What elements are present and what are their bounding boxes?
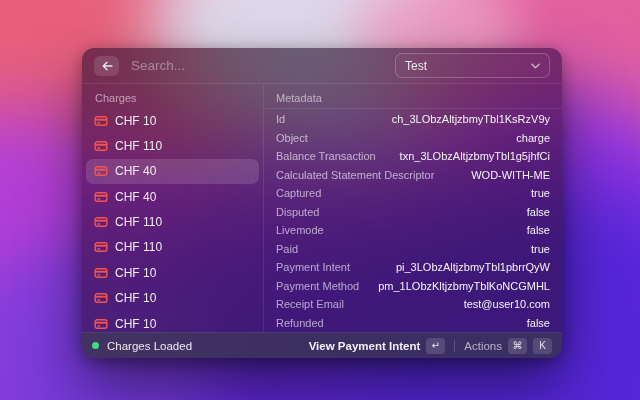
search-input[interactable] — [129, 57, 383, 74]
metadata-key: Payment Intent — [276, 261, 350, 273]
metadata-value: false — [527, 206, 550, 218]
metadata-key: Refunded — [276, 317, 324, 329]
charges-panel: Charges CHF 10 CHF 110 — [82, 85, 264, 332]
charge-amount: CHF 10 — [115, 291, 156, 305]
charge-list-item[interactable]: CHF 40 — [86, 184, 259, 209]
metadata-row: Paid true — [276, 240, 550, 259]
metadata-value: true — [531, 243, 550, 255]
charge-list-item[interactable]: CHF 10 — [86, 108, 259, 133]
credit-card-icon — [94, 267, 108, 279]
actions-menu-button[interactable]: Actions — [464, 340, 502, 352]
metadata-key: Paid — [276, 243, 298, 255]
metadata-panel-header: Metadata — [276, 90, 550, 106]
metadata-row: Id ch_3LObzAltjzbmyTbl1KsRzV9y — [276, 110, 550, 129]
raycast-window: Test Charges CHF 10 CHF 110 — [82, 48, 562, 358]
charge-amount: CHF 10 — [115, 266, 156, 280]
charge-amount: CHF 40 — [115, 190, 156, 204]
charge-list-item[interactable]: CHF 10 — [86, 286, 259, 311]
footer-bar: Charges Loaded View Payment Intent ↵ Act… — [82, 332, 562, 358]
search-bar: Test — [82, 48, 562, 84]
metadata-value: false — [527, 317, 550, 329]
metadata-key: Calculated Statement Descriptor — [276, 169, 434, 181]
charge-list-item[interactable]: CHF 10 — [86, 260, 259, 285]
command-key-icon: ⌘ — [508, 338, 527, 354]
environment-dropdown[interactable]: Test — [395, 53, 550, 78]
metadata-row: Disputed false — [276, 203, 550, 222]
metadata-row: Balance Transaction txn_3LObzAltjzbmyTbl… — [276, 147, 550, 166]
charge-list-item[interactable]: CHF 10 — [86, 311, 259, 332]
credit-card-icon — [94, 165, 108, 177]
metadata-row: Captured true — [276, 184, 550, 203]
charge-amount: CHF 110 — [115, 215, 162, 229]
charge-amount: CHF 40 — [115, 164, 156, 178]
metadata-key: Balance Transaction — [276, 150, 376, 162]
metadata-row: Calculated Statement Descriptor WOD-WITH… — [276, 166, 550, 185]
metadata-key: Id — [276, 113, 285, 125]
credit-card-icon — [94, 292, 108, 304]
back-button[interactable] — [94, 56, 119, 76]
metadata-row: Receipt Email test@user10.com — [276, 295, 550, 314]
charge-amount: CHF 110 — [115, 240, 162, 254]
charges-panel-header: Charges — [86, 90, 259, 106]
metadata-key: Receipt Email — [276, 298, 344, 310]
metadata-value: WOD-WITH-ME — [471, 169, 550, 181]
charge-list-item[interactable]: CHF 110 — [86, 210, 259, 235]
metadata-panel: Metadata Id ch_3LObzAltjzbmyTbl1KsRzV9y … — [264, 85, 562, 332]
metadata-row: Payment Intent pi_3LObzAltjzbmyTbl1pbrrQ… — [276, 258, 550, 277]
charge-list-item[interactable]: CHF 40 — [86, 159, 259, 184]
charge-amount: CHF 10 — [115, 317, 156, 331]
metadata-key: Livemode — [276, 224, 324, 236]
charge-amount: CHF 10 — [115, 114, 156, 128]
credit-card-icon — [94, 115, 108, 127]
metadata-key: Disputed — [276, 206, 319, 218]
environment-dropdown-value: Test — [405, 59, 427, 73]
charge-amount: CHF 110 — [115, 139, 162, 153]
credit-card-icon — [94, 318, 108, 330]
window-content: Charges CHF 10 CHF 110 — [82, 85, 562, 332]
metadata-key: Captured — [276, 187, 321, 199]
view-payment-intent-action[interactable]: View Payment Intent — [309, 340, 421, 352]
metadata-value: true — [531, 187, 550, 199]
metadata-value: ch_3LObzAltjzbmyTbl1KsRzV9y — [392, 113, 550, 125]
credit-card-icon — [94, 140, 108, 152]
metadata-value: pi_3LObzAltjzbmyTbl1pbrrQyW — [396, 261, 550, 273]
k-key-icon: K — [533, 338, 552, 354]
status-text: Charges Loaded — [107, 340, 192, 352]
metadata-row: Payment Method pm_1LObzKltjzbmyTblKoNCGM… — [276, 277, 550, 296]
metadata-value: false — [527, 224, 550, 236]
metadata-value: pm_1LObzKltjzbmyTblKoNCGMHL — [378, 280, 550, 292]
metadata-key: Payment Method — [276, 280, 359, 292]
return-key-icon: ↵ — [426, 338, 445, 354]
metadata-value: txn_3LObzAltjzbmyTbl1g5jhfCi — [400, 150, 550, 162]
chevron-down-icon — [531, 63, 540, 69]
left-arrow-icon — [101, 61, 113, 71]
metadata-row: Livemode false — [276, 221, 550, 240]
charge-list-item[interactable]: CHF 110 — [86, 235, 259, 260]
metadata-divider — [264, 108, 562, 109]
metadata-value: charge — [516, 132, 550, 144]
charges-list: CHF 10 CHF 110 CHF 40 — [86, 108, 259, 332]
credit-card-icon — [94, 216, 108, 228]
credit-card-icon — [94, 241, 108, 253]
metadata-row: Object charge — [276, 129, 550, 148]
metadata-row: Refunded false — [276, 314, 550, 333]
metadata-rows: Id ch_3LObzAltjzbmyTbl1KsRzV9y Object ch… — [276, 110, 550, 332]
footer-divider — [454, 340, 455, 352]
charge-list-item[interactable]: CHF 110 — [86, 133, 259, 158]
credit-card-icon — [94, 191, 108, 203]
metadata-key: Object — [276, 132, 308, 144]
status-dot — [92, 342, 99, 349]
metadata-value: test@user10.com — [464, 298, 550, 310]
footer-actions: View Payment Intent ↵ Actions ⌘ K — [309, 338, 552, 354]
